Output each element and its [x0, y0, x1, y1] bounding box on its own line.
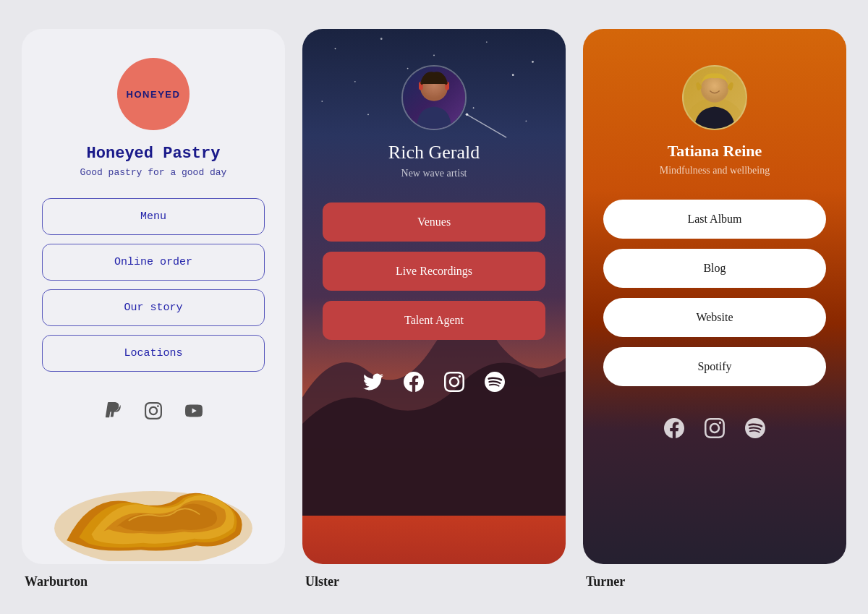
ulster-card: Rich Gerald New wave artist Venues Live … [302, 29, 566, 564]
svg-point-9 [512, 74, 514, 76]
logo-text: HONEYED [127, 89, 181, 100]
svg-point-3 [433, 54, 435, 56]
ulster-wrapper: Rich Gerald New wave artist Venues Live … [302, 29, 566, 589]
menu-button[interactable]: Menu [42, 198, 265, 235]
logo-circle: HONEYED [117, 58, 190, 130]
youtube-icon[interactable] [181, 398, 207, 424]
croissant-illustration [42, 445, 265, 561]
artist-avatar-ulster [401, 65, 467, 130]
turner-name: Tatiana Reine [668, 142, 762, 161]
instagram-icon-warburton[interactable] [140, 398, 166, 424]
svg-point-6 [354, 81, 356, 82]
artist-title-ulster: New wave artist [401, 168, 467, 179]
locations-button[interactable]: Locations [42, 335, 265, 372]
warburton-card: HONEYED Honeyed Pastry Good pastry for a… [22, 29, 285, 564]
online-order-button[interactable]: Online order [42, 244, 265, 281]
venues-button[interactable]: Venues [323, 202, 545, 242]
spotify-icon-turner[interactable] [744, 417, 767, 440]
warburton-wrapper: HONEYED Honeyed Pastry Good pastry for a… [22, 29, 285, 589]
blog-button[interactable]: Blog [603, 249, 826, 288]
ulster-label: Ulster [302, 574, 339, 589]
our-story-button[interactable]: Our story [42, 289, 265, 326]
svg-point-11 [367, 114, 369, 115]
svg-point-1 [335, 48, 336, 49]
svg-point-2 [380, 38, 383, 40]
artist-name-ulster: Rich Gerald [388, 142, 480, 163]
bakery-tagline: Good pastry for a good day [80, 167, 227, 178]
svg-line-15 [467, 114, 506, 137]
svg-point-5 [532, 61, 534, 63]
spotify-icon-ulster[interactable] [483, 370, 506, 393]
website-button[interactable]: Website [603, 298, 826, 337]
instagram-icon-turner[interactable] [703, 417, 726, 440]
paypal-icon[interactable] [100, 398, 126, 424]
ulster-social-row [362, 370, 506, 393]
svg-point-16 [466, 113, 469, 116]
svg-point-10 [321, 101, 323, 102]
twitter-icon[interactable] [362, 370, 385, 393]
artist-avatar-turner [682, 65, 747, 130]
turner-card: Tatiana Reine Mindfulness and wellbeing … [583, 29, 846, 564]
warburton-social-row [100, 398, 207, 424]
turner-subtitle: Mindfulness and wellbeing [660, 165, 770, 176]
instagram-icon-ulster[interactable] [443, 370, 466, 393]
facebook-icon-turner[interactable] [663, 417, 686, 440]
turner-social-row [663, 417, 767, 440]
svg-point-4 [486, 41, 488, 43]
turner-wrapper: Tatiana Reine Mindfulness and wellbeing … [583, 29, 846, 589]
last-album-button[interactable]: Last Album [603, 200, 826, 239]
svg-point-13 [473, 107, 475, 108]
warburton-label: Warburton [22, 574, 88, 589]
svg-point-14 [525, 120, 527, 121]
spotify-button[interactable]: Spotify [603, 347, 826, 386]
facebook-icon-ulster[interactable] [402, 370, 425, 393]
bakery-name: Honeyed Pastry [87, 145, 221, 163]
cards-container: HONEYED Honeyed Pastry Good pastry for a… [22, 29, 846, 589]
talent-agent-button[interactable]: Talent Agent [323, 301, 545, 340]
turner-label: Turner [583, 574, 625, 589]
live-recordings-button[interactable]: Live Recordings [323, 252, 545, 291]
